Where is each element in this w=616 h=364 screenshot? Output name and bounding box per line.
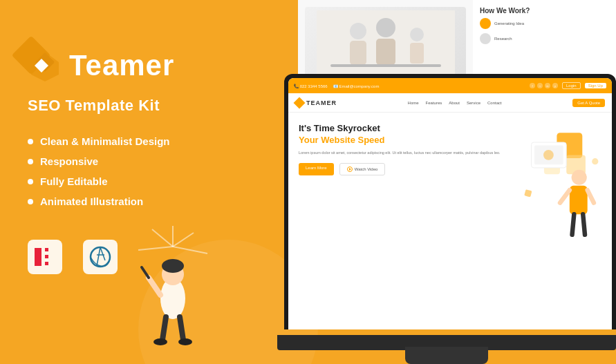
svg-rect-6: [45, 262, 48, 265]
preview-step-1: Generating Idea: [480, 18, 609, 29]
site-nav-logo: TEAMER: [295, 99, 337, 107]
svg-rect-29: [410, 43, 424, 64]
svg-point-21: [153, 338, 167, 345]
svg-rect-25: [350, 41, 366, 65]
svg-line-11: [173, 247, 207, 253]
site-logo-diamond: [294, 97, 306, 108]
laptop-screen-outer: 📞 022 3344 5566 📧 Email@company.com f t …: [284, 74, 616, 329]
feature-item-1: Clean & Minimalist Design: [28, 135, 256, 147]
preview-how-title: How We Work?: [480, 7, 609, 15]
svg-line-41: [572, 214, 575, 235]
social-ig: in: [545, 83, 550, 88]
topbar-phone: 📞 022 3344 5566: [294, 84, 328, 88]
character-illustration: [131, 226, 214, 350]
features-list: Clean & Minimalist Design Responsive Ful…: [28, 135, 256, 215]
site-hero: It's Time Skyrocket Your Website Speed L…: [288, 113, 612, 251]
preview-step-circle-1: [480, 18, 491, 29]
nav-home[interactable]: Home: [408, 101, 419, 105]
svg-point-37: [572, 169, 587, 184]
preview-image: [305, 7, 466, 83]
laptop-stand: [405, 347, 488, 364]
svg-line-18: [142, 267, 149, 278]
svg-line-40: [588, 190, 594, 202]
svg-rect-30: [330, 64, 441, 67]
site-hero-heading: It's Time Skyrocket Your Website Speed: [299, 123, 512, 146]
tagline: SEO Template Kit: [28, 97, 256, 115]
svg-line-39: [560, 190, 570, 202]
preview-step-text-2: Research: [494, 37, 512, 41]
svg-line-17: [149, 278, 160, 295]
preview-step-circle-2: [480, 33, 491, 44]
play-triangle-icon: [349, 168, 351, 171]
nav-about[interactable]: About: [449, 101, 460, 105]
topbar-signup-btn[interactable]: Sign Up: [585, 83, 606, 88]
laptop-screen-inner: 📞 022 3344 5566 📧 Email@company.com f t …: [288, 78, 612, 329]
svg-rect-27: [376, 39, 395, 65]
site-logo-text: TEAMER: [306, 99, 337, 106]
topbar-email: 📧 Email@company.com: [333, 84, 380, 88]
svg-point-24: [350, 23, 366, 39]
svg-rect-43: [524, 189, 532, 197]
svg-line-42: [583, 214, 585, 235]
svg-rect-38: [570, 185, 588, 214]
logo-area: Teamer: [28, 48, 256, 83]
site-hero-text: It's Time Skyrocket Your Website Speed L…: [299, 123, 512, 244]
svg-point-44: [592, 158, 598, 164]
feature-item-3: Fully Editable: [28, 175, 256, 187]
svg-rect-7: [83, 240, 118, 274]
site-hero-body: Lorem ipsum dolor sit amet, consectetur …: [299, 150, 512, 156]
social-icons: f t in y: [530, 83, 558, 88]
site-hero-buttons: Learn More Watch Video: [299, 163, 512, 175]
site-topbar: 📞 022 3344 5566 📧 Email@company.com f t …: [288, 78, 612, 93]
elementor-icon: [28, 240, 62, 274]
play-circle-icon: [347, 166, 353, 172]
site-topbar-right: f t in y Login Sign Up: [530, 82, 606, 89]
svg-rect-3: [35, 248, 41, 266]
logo-icon: [28, 48, 62, 83]
social-fb: f: [530, 83, 535, 88]
svg-line-13: [138, 247, 173, 250]
site-nav: TEAMER Home Features About Service Conta…: [288, 93, 612, 113]
svg-point-28: [410, 28, 424, 41]
site-hero-illustration: [519, 123, 601, 244]
nav-service[interactable]: Service: [467, 101, 480, 105]
site-hero-heading-orange: Your Website Speed: [299, 135, 385, 145]
bullet-1: [28, 139, 33, 144]
svg-point-26: [376, 18, 395, 37]
svg-point-36: [543, 150, 554, 160]
site-topbar-left: 📞 022 3344 5566 📧 Email@company.com: [294, 84, 379, 88]
hero-primary-btn[interactable]: Learn More: [299, 163, 334, 175]
svg-line-10: [173, 233, 194, 247]
feature-item-2: Responsive: [28, 155, 256, 167]
svg-point-16: [162, 259, 184, 273]
laptop-wrapper: 📞 022 3344 5566 📧 Email@company.com f t …: [277, 74, 616, 364]
topbar-login-btn[interactable]: Login: [562, 82, 581, 89]
preview-step-text-1: Generating Idea: [494, 21, 524, 26]
svg-line-12: [152, 229, 173, 247]
preview-step-2: Research: [480, 33, 609, 44]
nav-contact[interactable]: Contact: [487, 101, 502, 105]
bullet-2: [28, 159, 33, 164]
nav-features[interactable]: Features: [426, 101, 442, 105]
hero-secondary-btn[interactable]: Watch Video: [339, 163, 386, 175]
svg-point-22: [178, 338, 192, 345]
svg-line-20: [180, 317, 183, 340]
svg-rect-5: [45, 255, 48, 258]
social-tw: t: [537, 83, 543, 88]
right-panel: How We Work? Generating Idea Research 📞 …: [263, 0, 616, 364]
wordpress-icon: [83, 240, 118, 274]
nav-cta-btn[interactable]: Get A Quote: [572, 99, 605, 107]
svg-rect-4: [45, 248, 48, 251]
feature-item-4: Animated Illustration: [28, 195, 256, 207]
social-yt: y: [552, 83, 558, 88]
brand-name: Teamer: [69, 49, 174, 82]
svg-line-19: [162, 317, 166, 340]
bullet-3: [28, 179, 33, 184]
site-nav-links: Home Features About Service Contact: [408, 101, 502, 105]
bullet-4: [28, 199, 33, 204]
